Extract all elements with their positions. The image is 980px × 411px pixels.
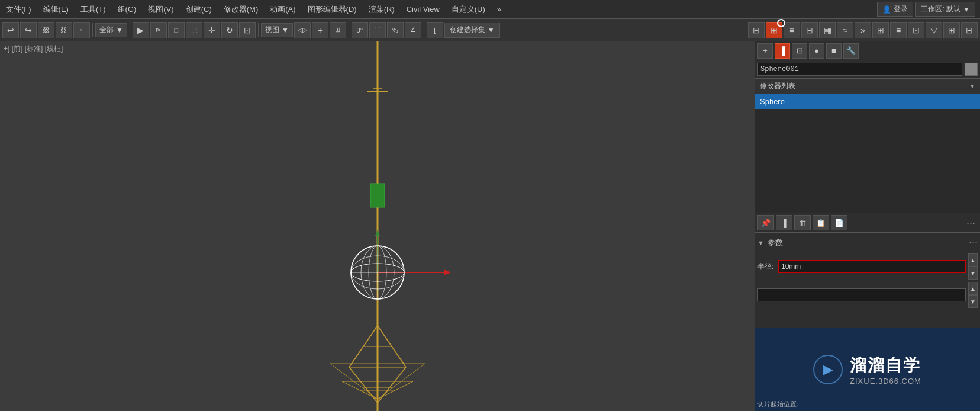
menu-group[interactable]: 组(G): [112, 2, 143, 17]
separator-2: [130, 23, 130, 37]
param2-down-spinner[interactable]: ▼: [968, 295, 978, 308]
tb-extra6[interactable]: ⊞: [943, 22, 960, 38]
create-selection-label: 创建选择集: [450, 25, 485, 35]
workspace-dropdown[interactable]: 工作区: 默认 ▼: [915, 2, 975, 17]
modifier-list-label: 修改器列表: [760, 81, 795, 91]
menu-modifier[interactable]: 修改器(M): [218, 2, 265, 17]
menu-file[interactable]: 文件(F): [0, 2, 37, 17]
select2-button[interactable]: ⊳: [150, 22, 167, 38]
mirror-button[interactable]: ◁▷: [294, 22, 311, 38]
watermark-url: ZIXUE.3D66.COM: [850, 377, 921, 386]
plus-button[interactable]: +: [312, 22, 328, 38]
mod-select-button[interactable]: ▐: [776, 215, 792, 230]
user-icon: 👤: [882, 5, 891, 14]
menu-render[interactable]: 渲染(R): [363, 2, 401, 17]
tb-extra7[interactable]: ⊟: [961, 22, 978, 38]
menu-tools[interactable]: 工具(T): [75, 2, 112, 17]
utilities-button[interactable]: ≈: [837, 22, 853, 38]
viewport-area: +] [前] [标准] [线框]: [0, 41, 755, 411]
mod-copy-button[interactable]: 📋: [813, 215, 829, 230]
modifier-item-sphere[interactable]: Sphere: [755, 94, 980, 109]
display-button[interactable]: ▦: [819, 22, 836, 38]
watermark-title: 溜溜自学: [850, 354, 921, 377]
tb-extra2[interactable]: ⊞: [872, 22, 889, 38]
separator-4: [349, 23, 349, 37]
percent-button[interactable]: %: [387, 22, 404, 38]
panel-utilities-tab[interactable]: 🔧: [843, 43, 859, 59]
param-field-2[interactable]: [757, 288, 966, 301]
panel-display-tab[interactable]: ■: [826, 43, 842, 59]
radius-up-spinner[interactable]: ▲: [968, 253, 978, 266]
param2-up-spinner[interactable]: ▲: [968, 282, 978, 295]
rect-select-button[interactable]: □: [168, 22, 185, 38]
slice-start-label: 切片起始位置:: [757, 400, 798, 409]
link-button[interactable]: ⛓: [38, 22, 54, 38]
menu-view[interactable]: 视图(V): [142, 2, 179, 17]
panel-top-toolbar: + ▐ ⊡ ● ■ 🔧: [755, 41, 980, 60]
mod-pin-button[interactable]: 📌: [757, 215, 774, 230]
params-label: 参数: [768, 237, 783, 248]
panel-modify-tab[interactable]: ▐: [775, 43, 790, 59]
angle3-button[interactable]: 3°: [352, 22, 368, 38]
tb-extra4[interactable]: ⊡: [908, 22, 924, 38]
toggle-ribbon-button[interactable]: ⊟: [748, 22, 765, 38]
modifier-panel-icon: ⊞: [771, 25, 778, 35]
create-selection-button[interactable]: 创建选择集 ▼: [444, 23, 500, 38]
panel-create-tab[interactable]: +: [757, 43, 773, 59]
object-color-swatch[interactable]: [965, 63, 978, 76]
params-expand-icon: ▼: [757, 239, 764, 246]
move-button[interactable]: ✛: [204, 22, 220, 38]
panel-hierarchy-tab[interactable]: ⊡: [792, 43, 807, 59]
params-section: ▼ 参数 ··· 半径: ▲ ▼ ▲ ▼: [755, 233, 980, 314]
panel-motion-tab[interactable]: ●: [809, 43, 824, 59]
redo-button[interactable]: ↪: [20, 22, 37, 38]
params-drag-handle: ···: [969, 236, 978, 249]
login-button[interactable]: 👤 登录: [877, 2, 913, 17]
menu-create[interactable]: 创建(C): [180, 2, 218, 17]
undo-button[interactable]: ↩: [2, 22, 19, 38]
object-name-input[interactable]: [757, 63, 962, 76]
menu-edit[interactable]: 编辑(E): [37, 2, 75, 17]
unlink-button[interactable]: ⛓: [56, 22, 72, 38]
motion-button[interactable]: ⊟: [801, 22, 818, 38]
hierarchy-button[interactable]: ≡: [784, 22, 800, 38]
view-dropdown[interactable]: 视图 ▼: [261, 23, 293, 37]
radius-input[interactable]: [778, 260, 966, 273]
menu-graph-editor[interactable]: 图形编辑器(D): [302, 2, 363, 17]
scale-button[interactable]: ⊡: [239, 22, 256, 38]
rotate-button[interactable]: ↻: [221, 22, 238, 38]
bind-button[interactable]: ≈: [73, 22, 90, 38]
arc-button[interactable]: ⌒: [369, 22, 386, 38]
modifier-panel-button[interactable]: ⊞: [766, 22, 782, 38]
view-dropdown-arrow: ▼: [282, 26, 289, 34]
toolbar-right-icons: ⊟ ⊞ ≡ ⊟ ▦ ≈ » ⊞ ≡ ⊡ ▽ ⊞ ⊟: [748, 22, 978, 38]
tb-extra5[interactable]: ▽: [926, 22, 942, 38]
menu-civil-view[interactable]: Civil View: [401, 2, 446, 16]
bracket-button[interactable]: [: [427, 22, 443, 38]
mod-delete-button[interactable]: 🗑: [794, 215, 811, 230]
radius-down-spinner[interactable]: ▼: [968, 266, 978, 280]
tb-extra3[interactable]: ≡: [890, 22, 907, 38]
radius-label: 半径:: [757, 262, 775, 272]
view-label: 视图: [265, 25, 279, 35]
select-button[interactable]: ▶: [133, 22, 149, 38]
login-label: 登录: [894, 4, 908, 14]
menu-customize[interactable]: 自定义(U): [446, 2, 491, 17]
watermark-text-block: 溜溜自学 ZIXUE.3D66.COM: [850, 354, 921, 386]
angle-button[interactable]: ∠: [405, 22, 421, 38]
watermark-overlay: ▶ 溜溜自学 ZIXUE.3D66.COM: [755, 328, 980, 411]
fence-select-button[interactable]: ⬚: [186, 22, 202, 38]
workspace-label: 工作区: 默认: [921, 4, 960, 14]
menu-bar: 文件(F) 编辑(E) 工具(T) 组(G) 视图(V) 创建(C) 修改器(M…: [0, 0, 980, 19]
workspace-dropdown-icon: ▼: [963, 5, 970, 14]
mod-paste-button[interactable]: 📄: [831, 215, 847, 230]
modifier-list-header[interactable]: 修改器列表 ▼: [755, 79, 980, 94]
scope-label: 全部: [99, 25, 114, 35]
separator-3: [258, 23, 259, 37]
menu-more[interactable]: »: [491, 2, 507, 16]
menu-animation[interactable]: 动画(A): [264, 2, 301, 17]
params-header[interactable]: ▼ 参数 ···: [757, 236, 978, 249]
scope-dropdown[interactable]: 全部 ▼: [95, 23, 127, 37]
align-button[interactable]: ⊞: [330, 22, 346, 38]
extra-button[interactable]: »: [855, 22, 871, 38]
